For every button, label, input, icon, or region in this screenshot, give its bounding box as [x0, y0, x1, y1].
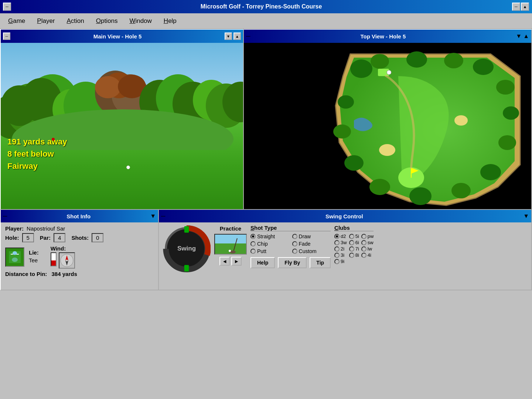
putt-radio[interactable] [250, 249, 256, 254]
swing-control-scroll[interactable]: ▼ [523, 213, 529, 219]
shot-type-fade[interactable]: Fade [292, 241, 331, 247]
action-buttons: Help Fly By Tip [250, 257, 331, 268]
club-sw-label: sw [368, 240, 374, 245]
chip-radio[interactable] [250, 241, 256, 246]
club-3w[interactable]: 3w [334, 240, 347, 245]
system-menu-button[interactable]: ─ [3, 3, 11, 11]
shot-info-scroll[interactable]: ▼ [150, 213, 156, 219]
menu-window[interactable]: Window [124, 16, 157, 26]
distance-value: 384 yards [52, 271, 77, 277]
menu-help[interactable]: Help [158, 16, 182, 26]
window-title: Microsoft Golf - Torrey Pines-South Cour… [11, 3, 511, 10]
swing-meter[interactable]: Swing [163, 225, 211, 273]
shot-type-grid: Straight Draw Chip Fade [250, 233, 331, 254]
svg-point-36 [454, 115, 468, 126]
club-3i-radio[interactable] [334, 253, 340, 258]
club-6i-radio[interactable] [349, 240, 354, 245]
practice-image [214, 234, 247, 255]
menu-player[interactable]: Player [32, 16, 60, 26]
club-3w-radio[interactable] [334, 240, 340, 245]
top-view-scroll-down[interactable]: ▼ [516, 33, 522, 40]
svg-point-41 [387, 70, 391, 75]
custom-label: Custom [299, 248, 317, 254]
shot-type-draw[interactable]: Draw [292, 233, 331, 239]
club-5i[interactable]: 5i [349, 233, 359, 239]
shot-info-title: Shot Info [8, 213, 149, 219]
shot-type-putt[interactable]: Putt [250, 248, 289, 254]
menu-options[interactable]: Options [91, 16, 123, 26]
custom-radio[interactable] [292, 249, 297, 254]
chip-label: Chip [257, 241, 268, 247]
shot-info-window: ─ Shot Info ▼ Player: Napostriouf Sar Ho… [0, 210, 159, 290]
minimize-button[interactable]: ─ [512, 3, 520, 11]
club-4i-radio[interactable] [361, 253, 366, 258]
svg-point-11 [95, 76, 121, 98]
svg-point-25 [496, 80, 515, 95]
main-view-system-button[interactable]: ─ [3, 33, 10, 40]
club-lw[interactable]: lw [361, 246, 374, 252]
top-view-scroll-up[interactable]: ▲ [523, 33, 529, 40]
elevation-overlay: 8 feet below [7, 148, 67, 160]
wind-section: Wind: [51, 245, 75, 269]
shot-info-system-button[interactable]: ─ [3, 213, 7, 219]
top-view-system-button[interactable]: ─ [246, 33, 250, 40]
fly-by-button[interactable]: Fly By [278, 257, 307, 268]
club-d2[interactable]: d2 [334, 233, 347, 239]
main-view-titlebar: ─ Main View - Hole 5 ▼ ▲ [1, 30, 243, 43]
swing-control-system-button[interactable]: ─ [161, 213, 165, 219]
club-sw-radio[interactable] [361, 240, 366, 245]
club-9i[interactable]: 9i [334, 259, 347, 264]
swing-button-label[interactable]: Swing [177, 245, 196, 252]
club-8i[interactable]: 8i [349, 252, 359, 258]
shots-label: Shots: [71, 235, 89, 241]
shot-type-title: Shot Type [250, 225, 331, 231]
menu-action[interactable]: Action [62, 16, 89, 26]
tip-button[interactable]: Tip [310, 257, 331, 268]
club-3i[interactable]: 3i [334, 252, 347, 258]
swing-control-body: Swing Practice [159, 222, 531, 290]
club-4i[interactable]: 4i [361, 252, 374, 258]
main-view-scroll-down[interactable]: ▼ [225, 33, 232, 40]
club-7i[interactable]: 7i [349, 246, 359, 252]
svg-point-20 [350, 59, 372, 78]
menu-game[interactable]: Game [3, 16, 30, 26]
fade-radio[interactable] [292, 241, 297, 246]
help-button[interactable]: Help [250, 257, 275, 268]
draw-radio[interactable] [292, 234, 297, 239]
player-label: Player: [5, 225, 24, 232]
practice-prev-button[interactable]: ◀ [219, 257, 230, 266]
club-2i-radio[interactable] [334, 246, 340, 252]
club-pw[interactable]: pw [361, 233, 374, 239]
shot-info-body: Player: Napostriouf Sar Hole: 5 Par: 4 S… [1, 222, 158, 290]
main-view-scroll-up[interactable]: ▲ [233, 33, 241, 40]
svg-point-30 [409, 187, 432, 205]
club-6i-label: 6i [355, 240, 359, 245]
club-6i[interactable]: 6i [349, 240, 359, 245]
club-d2-radio[interactable] [334, 234, 340, 239]
straight-radio[interactable] [250, 234, 256, 239]
club-sw[interactable]: sw [361, 240, 374, 245]
svg-point-33 [333, 125, 351, 139]
maximize-button[interactable]: ▲ [521, 3, 529, 11]
shot-type-custom[interactable]: Custom [292, 248, 331, 254]
svg-point-23 [444, 53, 463, 68]
par-label: Par: [40, 235, 51, 241]
swing-control-window: ─ Swing Control ▼ [159, 210, 532, 290]
hole-value: 5 [22, 233, 34, 242]
club-5i-radio[interactable] [349, 234, 354, 239]
practice-next-button[interactable]: ▶ [231, 257, 242, 266]
club-pw-radio[interactable] [361, 234, 366, 239]
svg-point-27 [498, 135, 516, 150]
club-7i-radio[interactable] [349, 246, 354, 252]
lie-label: Lie: [29, 249, 39, 256]
top-view-window: ─ Top View - Hole 5 ▼ ▲ [244, 29, 532, 210]
club-8i-radio[interactable] [349, 253, 354, 258]
top-view-title: Top View - Hole 5 [252, 33, 514, 40]
club-2i[interactable]: 2i [334, 246, 347, 252]
practice-scene-svg [215, 235, 247, 255]
shot-type-straight[interactable]: Straight [250, 233, 289, 239]
compass-svg [60, 253, 74, 267]
shot-type-chip[interactable]: Chip [250, 241, 289, 247]
club-9i-radio[interactable] [334, 259, 340, 264]
club-lw-radio[interactable] [361, 246, 366, 252]
